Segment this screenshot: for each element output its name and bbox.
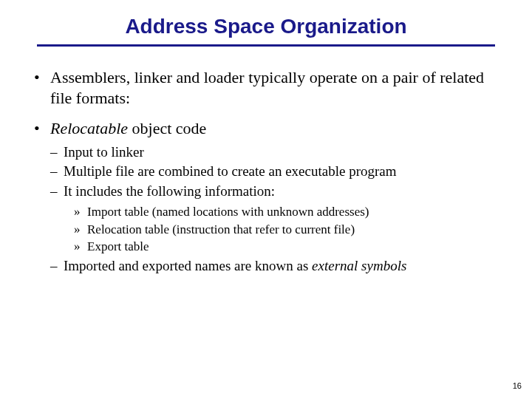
sub-sub-bullet-text: Import table (named locations with unkno… <box>87 205 369 219</box>
bullet-list-level2: Input to linker Multiple file are combin… <box>50 143 502 276</box>
sub-sub-bullet-item: Relocation table (instruction that refer… <box>74 222 502 239</box>
slide-content: Assemblers, linker and loader typically … <box>30 67 502 276</box>
bullet-item: Relocatable object code Input to linker … <box>30 118 502 276</box>
sub-bullet-text-italic: external symbols <box>312 258 406 273</box>
sub-bullet-text: It includes the following information: <box>64 183 275 199</box>
bullet-item: Assemblers, linker and loader typically … <box>30 67 502 108</box>
bullet-list-level3: Import table (named locations with unkno… <box>74 204 502 256</box>
sub-sub-bullet-text: Relocation table (instruction that refer… <box>87 222 355 236</box>
sub-bullet-text: Imported and exported names are known as <box>64 258 312 273</box>
bullet-text-italic: Relocatable <box>50 119 128 137</box>
page-number: 16 <box>513 381 522 390</box>
slide-title: Address Space Organization <box>30 15 502 38</box>
title-underline <box>37 44 495 47</box>
sub-bullet-item: Input to linker <box>50 143 502 162</box>
sub-bullet-item: It includes the following information: I… <box>50 183 502 256</box>
slide-container: Address Space Organization Assemblers, l… <box>0 0 532 276</box>
sub-bullet-text: Input to linker <box>64 144 144 160</box>
sub-bullet-item: Imported and exported names are known as… <box>50 257 502 276</box>
bullet-text: Assemblers, linker and loader typically … <box>50 68 484 107</box>
sub-sub-bullet-text: Export table <box>87 239 149 253</box>
sub-bullet-item: Multiple file are combined to create an … <box>50 163 502 181</box>
sub-sub-bullet-item: Import table (named locations with unkno… <box>74 204 502 221</box>
sub-bullet-text: Multiple file are combined to create an … <box>64 163 397 179</box>
bullet-text: object code <box>128 119 206 137</box>
sub-sub-bullet-item: Export table <box>74 239 502 256</box>
bullet-list-level1: Assemblers, linker and loader typically … <box>30 67 502 276</box>
